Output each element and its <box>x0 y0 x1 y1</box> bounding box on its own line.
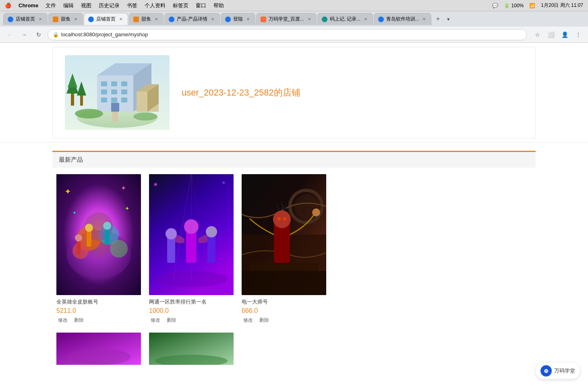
tab-close[interactable]: ✕ <box>118 17 124 22</box>
product-price-1: 5211.0 <box>56 307 141 314</box>
products-grid: ✦ ✦ ✦ ✦ 全英雄全皮肤账号 5211.0 修改 删除 <box>52 174 536 325</box>
product-price-2: 1000.0 <box>149 307 234 314</box>
tab-shop-home-1[interactable]: 店铺首页 ✕ <box>3 13 48 25</box>
svg-rect-10 <box>101 81 107 86</box>
watermark: ⊕ 万码学堂 <box>536 363 580 379</box>
reload-button[interactable]: ↻ <box>33 29 44 40</box>
svg-rect-16 <box>101 98 107 102</box>
svg-text:★: ★ <box>222 180 226 185</box>
tab-shop-home-2[interactable]: 店铺首页 ✕ <box>84 13 128 25</box>
svg-line-51 <box>173 174 191 279</box>
battery-icon: 🔋 100% <box>504 3 524 8</box>
tab-label: 产品-产品详情 <box>177 16 207 22</box>
window-menu[interactable]: 窗口 <box>196 2 206 9</box>
watermark-logo: ⊕ <box>540 365 552 377</box>
svg-point-31 <box>110 240 128 258</box>
svg-rect-18 <box>121 98 127 102</box>
tabs-menu[interactable]: 标签页 <box>173 2 188 9</box>
tab-close[interactable]: ✕ <box>210 17 215 22</box>
extension-button[interactable]: ⬜ <box>545 29 557 40</box>
url-bar[interactable]: 🔒 localhost:8080/project_game/myshop <box>48 29 527 40</box>
tab-close[interactable]: ✕ <box>245 17 251 22</box>
tab-favicon <box>225 17 231 22</box>
svg-point-30 <box>72 243 89 259</box>
tab-login[interactable]: 登陆 ✕ <box>221 13 255 25</box>
bookmarks-menu[interactable]: 书签 <box>127 2 137 9</box>
section-title: 最新产品 <box>59 156 83 163</box>
bookmark-button[interactable]: ☆ <box>532 29 543 40</box>
edit-button-2[interactable]: 修改 <box>149 316 162 325</box>
tab-favicon <box>261 17 266 22</box>
tab-label: 店铺首页 <box>96 16 116 22</box>
os-menubar: 🍎 Chrome 文件 编辑 视图 历史记录 书签 个人资料 标签页 窗口 帮助… <box>0 0 588 11</box>
tab-sweetfish-1[interactable]: 甜鱼 ✕ <box>48 13 83 25</box>
apple-menu[interactable]: 🍎 <box>5 2 11 8</box>
svg-rect-33 <box>87 231 91 247</box>
tab-overflow-button[interactable]: ▾ <box>444 16 452 22</box>
tab-close[interactable]: ✕ <box>73 17 79 22</box>
svg-rect-15 <box>121 89 127 94</box>
back-button[interactable]: ← <box>4 29 15 40</box>
view-menu[interactable]: 视图 <box>81 2 91 9</box>
wechat-icon: 💬 <box>492 3 498 8</box>
tab-sweetfish-2[interactable]: 甜鱼 ✕ <box>129 13 164 25</box>
svg-rect-23 <box>112 112 118 122</box>
svg-point-64 <box>277 217 281 221</box>
tab-label: 甜鱼 <box>141 16 151 22</box>
svg-point-34 <box>85 224 93 232</box>
forward-button[interactable]: → <box>19 29 30 40</box>
svg-line-53 <box>191 174 209 279</box>
product-card-2[interactable]: ★ ★ ✦ 网通一区胜率排行第一名 1000.0 修改 删除 <box>149 174 234 325</box>
tab-wanma[interactable]: 万码学堂_百度... ✕ <box>256 13 317 25</box>
svg-point-62 <box>273 210 291 228</box>
svg-point-27 <box>66 231 131 279</box>
tab-close[interactable]: ✕ <box>363 17 369 22</box>
svg-point-50 <box>206 226 217 237</box>
tab-qingdao[interactable]: 青岛软件培训... ✕ <box>374 13 432 25</box>
delete-button-3[interactable]: 删除 <box>258 316 271 325</box>
svg-text:✦: ✦ <box>121 185 126 191</box>
tab-mashangji[interactable]: 码上记, 记录... ✕ <box>317 13 373 25</box>
product-card-1[interactable]: ✦ ✦ ✦ ✦ 全英雄全皮肤账号 5211.0 修改 删除 <box>56 174 141 325</box>
edit-menu[interactable]: 编辑 <box>63 2 74 9</box>
section-header: 最新产品 <box>52 151 536 168</box>
wifi-icon: 📶 <box>529 3 535 8</box>
help-menu[interactable]: 帮助 <box>213 2 224 9</box>
svg-point-28 <box>77 227 101 251</box>
profile-button[interactable]: 👤 <box>559 29 570 40</box>
svg-point-60 <box>294 194 318 218</box>
tab-close[interactable]: ✕ <box>306 17 312 22</box>
chrome-menu[interactable]: Chrome <box>19 2 38 8</box>
delete-button-1[interactable]: 删除 <box>72 316 85 325</box>
svg-point-65 <box>283 217 286 221</box>
product-actions-1: 修改 删除 <box>56 316 141 325</box>
edit-button-1[interactable]: 修改 <box>56 316 69 325</box>
svg-rect-45 <box>186 231 197 263</box>
tab-close[interactable]: ✕ <box>37 17 43 22</box>
file-menu[interactable]: 文件 <box>46 2 56 9</box>
tab-favicon <box>53 17 58 22</box>
svg-point-46 <box>184 219 199 234</box>
tab-close[interactable]: ✕ <box>153 17 159 22</box>
tab-product-detail[interactable]: 产品-产品详情 ✕ <box>164 13 220 25</box>
svg-rect-47 <box>167 237 175 263</box>
menu-button[interactable]: ⋮ <box>573 29 584 40</box>
profile-menu[interactable]: 个人资料 <box>145 2 166 9</box>
delete-button-2[interactable]: 删除 <box>165 316 178 325</box>
history-menu[interactable]: 历史记录 <box>99 2 120 9</box>
tab-close[interactable]: ✕ <box>421 17 427 22</box>
edit-button-3[interactable]: 修改 <box>242 316 255 325</box>
tab-bar: 店铺首页 ✕ 甜鱼 ✕ 店铺首页 ✕ 甜鱼 ✕ 产品-产品详情 ✕ <box>0 11 588 27</box>
svg-text:★: ★ <box>153 181 158 187</box>
product-title-1: 全英雄全皮肤账号 <box>56 298 141 306</box>
tab-favicon <box>8 17 13 22</box>
svg-point-44 <box>155 271 228 287</box>
tab-label: 青岛软件培训... <box>386 16 419 22</box>
tab-favicon <box>169 17 174 22</box>
product-card-3[interactable]: 电一大师号 666.0 修改 删除 <box>242 174 326 325</box>
svg-point-36 <box>103 222 111 230</box>
shop-name-text: user_2023-12-23_2582的店铺 <box>182 87 300 98</box>
svg-rect-67 <box>250 263 318 271</box>
new-tab-button[interactable]: + <box>432 13 443 25</box>
tab-label: 码上记, 记录... <box>330 16 360 22</box>
